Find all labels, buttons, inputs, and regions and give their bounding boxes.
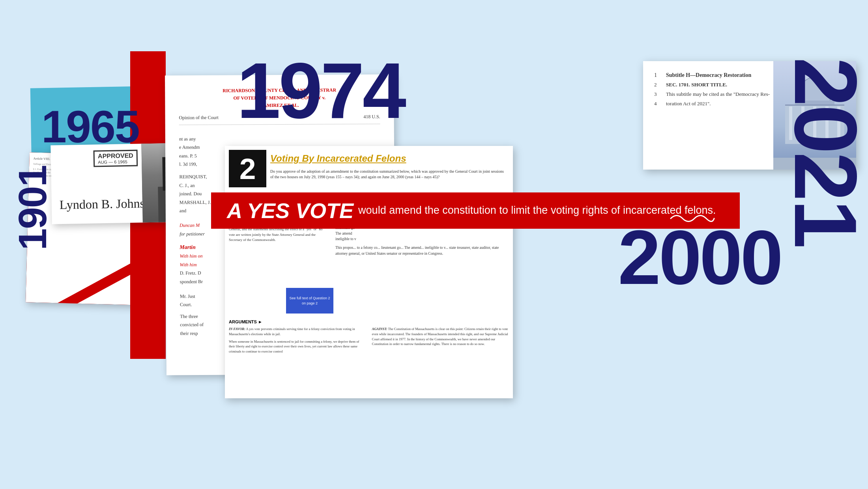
- bill-sec-label: SEC. 1701. SHORT TITLE.: [666, 82, 727, 88]
- bill-line-4-num: 4: [654, 101, 661, 107]
- ballot-question: Do you approve of the adoption of an ame…: [270, 169, 507, 180]
- main-scene: 1901 Article VIII. Suffrage and Election…: [0, 0, 868, 489]
- bill-line-1-num: 1: [654, 72, 661, 78]
- year-1974-label: 1974: [237, 51, 404, 130]
- year-2000-label: 2000: [618, 219, 781, 296]
- see-full-text-button[interactable]: See full text of Question 2 on page 2: [286, 288, 333, 314]
- year-1901-label: 1901: [10, 166, 55, 250]
- arguments-section: ARGUMENTS ► IN FAVOR: A yes vote prevent…: [229, 319, 509, 354]
- bill-line-3-text: This subtitle may be cited as the "Democ…: [666, 91, 770, 97]
- year-2021-label: 2021: [781, 57, 868, 247]
- bill-text: 1 Subtitle H—Democracy Restoration 2 SEC…: [643, 61, 785, 115]
- bill-subtitle: Subtitle H—Democracy Restoration: [666, 72, 751, 78]
- bill-line-3-num: 3: [654, 91, 661, 97]
- ballot-title: Voting By Incarcerated Felons: [270, 153, 406, 164]
- bill-line-2-num: 2: [654, 82, 661, 88]
- ballot-number: 2: [229, 150, 266, 187]
- year-1965-label: 1965: [41, 101, 139, 153]
- banner-yes-text: A YES VOTE: [227, 198, 354, 223]
- ballot-2000-card: 2 Voting By Incarcerated Felons Do you a…: [225, 146, 513, 398]
- bill-line-4-text: toration Act of 2021".: [666, 101, 711, 107]
